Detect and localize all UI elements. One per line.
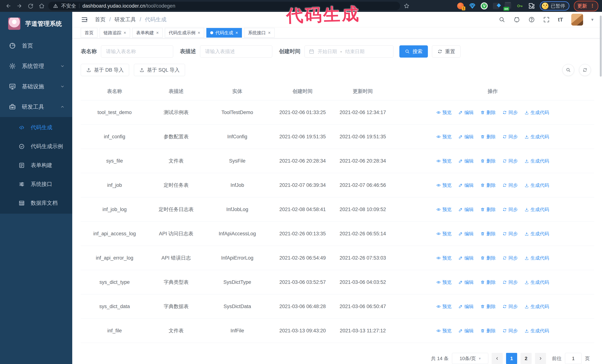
help-icon[interactable] [528,16,535,23]
sidebar-subitem-db-table[interactable]: 数据库文档 [0,194,72,213]
delete-action-link[interactable]: 删除 [480,158,496,164]
page-button-2[interactable]: 2 [520,353,532,364]
bookmark-star-icon[interactable] [402,1,411,10]
edit-action-link[interactable]: 编辑 [458,158,474,164]
start-date-placeholder[interactable]: 开始日期 [318,48,337,55]
eye-action-link[interactable]: 预览 [436,109,452,115]
reload-icon[interactable] [26,1,35,10]
extension-green-v-icon[interactable]: V [481,2,488,10]
next-page-button[interactable] [535,353,546,364]
sidebar-item-toolbox[interactable]: 研发工具 [0,97,72,117]
back-icon[interactable] [4,1,13,10]
edit-action-link[interactable]: 编辑 [458,207,474,213]
sync-action-link[interactable]: 同步 [502,279,518,285]
download-action-link[interactable]: 生成代码 [524,207,549,213]
download-action-link[interactable]: 生成代码 [524,328,549,334]
profile-paused-chip[interactable]: 已暂停 [540,1,570,10]
download-action-link[interactable]: 生成代码 [524,182,549,188]
forward-icon[interactable] [15,1,24,10]
edit-action-link[interactable]: 编辑 [458,255,474,261]
edit-action-link[interactable]: 编辑 [458,231,474,237]
github-icon[interactable] [514,16,520,23]
header-search-icon[interactable] [499,16,505,23]
toggle-search-button[interactable] [562,64,574,76]
edit-action-link[interactable]: 编辑 [458,109,474,115]
goto-page-input[interactable] [565,353,582,364]
sync-action-link[interactable]: 同步 [502,134,518,140]
download-action-link[interactable]: 生成代码 [524,134,549,140]
user-avatar[interactable] [571,14,583,26]
reset-button[interactable]: 重置 [432,45,461,58]
download-action-link[interactable]: 生成代码 [524,303,549,310]
sync-action-link[interactable]: 同步 [502,303,518,310]
eye-action-link[interactable]: 预览 [436,328,452,334]
search-button[interactable]: 搜索 [399,45,428,58]
page-scrollbar[interactable] [600,16,602,77]
sync-action-link[interactable]: 同步 [502,109,518,115]
app-logo-row[interactable]: 芋道管理系统 [0,12,72,36]
sidebar-item-dashboard[interactable]: 首页 [0,36,72,56]
breadcrumb-home[interactable]: 首页 [95,16,106,23]
font-size-icon[interactable]: tT [558,16,563,23]
sidebar-item-gear[interactable]: 系统管理 [0,56,72,76]
sync-action-link[interactable]: 同步 [502,182,518,188]
close-icon[interactable]: × [198,31,200,35]
page-button-1[interactable]: 1 [506,353,517,364]
download-action-link[interactable]: 生成代码 [524,255,549,261]
edit-action-link[interactable]: 编辑 [458,182,474,188]
sync-action-link[interactable]: 同步 [502,158,518,164]
delete-action-link[interactable]: 删除 [480,134,496,140]
home-icon[interactable] [37,1,46,10]
close-icon[interactable]: × [236,31,238,35]
close-icon[interactable]: × [268,31,271,35]
download-action-link[interactable]: 生成代码 [524,279,549,285]
edit-action-link[interactable]: 编辑 [458,328,474,334]
extensions-puzzle-icon[interactable] [528,2,535,10]
close-icon[interactable]: × [124,31,126,35]
date-range-picker[interactable]: 开始日期 - 结束日期 [304,45,393,58]
sidebar-item-monitor[interactable]: 基础设施 [0,76,72,97]
tab-首页[interactable]: 首页 [81,28,97,38]
tab-系统接口[interactable]: 系统接口× [244,28,275,38]
fullscreen-icon[interactable] [543,16,550,23]
eye-action-link[interactable]: 预览 [436,303,452,310]
page-size-select[interactable]: 10条/页 ▾ [452,353,488,364]
delete-action-link[interactable]: 删除 [480,303,496,310]
edit-action-link[interactable]: 编辑 [458,303,474,310]
sidebar-subitem-sliders[interactable]: 系统接口 [0,175,72,194]
browser-menu-icon[interactable]: ⋮ [590,4,595,7]
refresh-button[interactable] [579,64,591,76]
delete-action-link[interactable]: 删除 [480,207,496,213]
download-action-link[interactable]: 生成代码 [524,109,549,115]
edit-action-link[interactable]: 编辑 [458,279,474,285]
delete-action-link[interactable]: 删除 [480,279,496,285]
import-db-button[interactable]: 基于 DB 导入 [81,64,129,76]
extension-tampermonkey-icon[interactable]: on [504,2,512,10]
sync-action-link[interactable]: 同步 [502,231,518,237]
sync-action-link[interactable]: 同步 [502,328,518,334]
extension-orange-icon[interactable]: 1 [457,2,464,10]
edit-action-link[interactable]: 编辑 [458,134,474,140]
extension-grid-icon[interactable] [492,2,500,10]
close-icon[interactable]: × [156,31,159,35]
delete-action-link[interactable]: 删除 [480,182,496,188]
eye-action-link[interactable]: 预览 [436,279,452,285]
extension-gem-icon[interactable] [469,2,476,10]
sidebar-subitem-badge-check[interactable]: 代码生成示例 [0,137,72,156]
table-desc-input[interactable] [200,45,272,58]
delete-action-link[interactable]: 删除 [480,255,496,261]
delete-action-link[interactable]: 删除 [480,109,496,115]
download-action-link[interactable]: 生成代码 [524,231,549,237]
tab-链路追踪[interactable]: 链路追踪× [100,28,130,38]
sidebar-toggle-icon[interactable] [81,16,88,23]
eye-action-link[interactable]: 预览 [436,158,452,164]
sync-action-link[interactable]: 同步 [502,207,518,213]
tab-代码生成示例[interactable]: 代码生成示例× [165,28,204,38]
sync-action-link[interactable]: 同步 [502,255,518,261]
sidebar-subitem-form[interactable]: 表单构建 [0,156,72,175]
sidebar-subitem-code[interactable]: 代码生成 [0,118,72,137]
tab-表单构建[interactable]: 表单构建× [132,28,163,38]
chrome-update-button[interactable]: 更新 ⋮ [574,1,598,11]
eye-action-link[interactable]: 预览 [436,231,452,237]
table-name-input[interactable] [101,45,173,58]
